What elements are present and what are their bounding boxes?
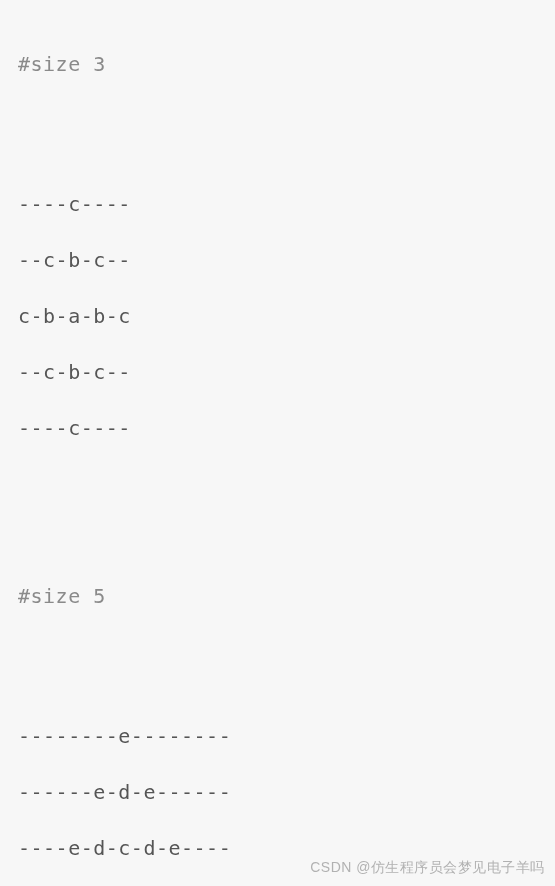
watermark-text: CSDN @仿生程序员会梦见电子羊吗 xyxy=(310,858,545,878)
pattern-line: --c-b-c-- xyxy=(18,246,537,274)
pattern-line: c-b-a-b-c xyxy=(18,302,537,330)
code-block: #size 3 ----c---- --c-b-c-- c-b-a-b-c --… xyxy=(18,22,537,886)
comment-size-3: #size 3 xyxy=(18,52,106,76)
pattern-line: ------e-d-e------ xyxy=(18,778,537,806)
pattern-line: --c-b-c-- xyxy=(18,358,537,386)
pattern-line: ----c---- xyxy=(18,414,537,442)
blank-line xyxy=(18,106,537,134)
blank-line xyxy=(18,498,537,526)
pattern-line: --------e-------- xyxy=(18,722,537,750)
blank-line xyxy=(18,638,537,666)
comment-size-5: #size 5 xyxy=(18,584,106,608)
pattern-line: ----c---- xyxy=(18,190,537,218)
